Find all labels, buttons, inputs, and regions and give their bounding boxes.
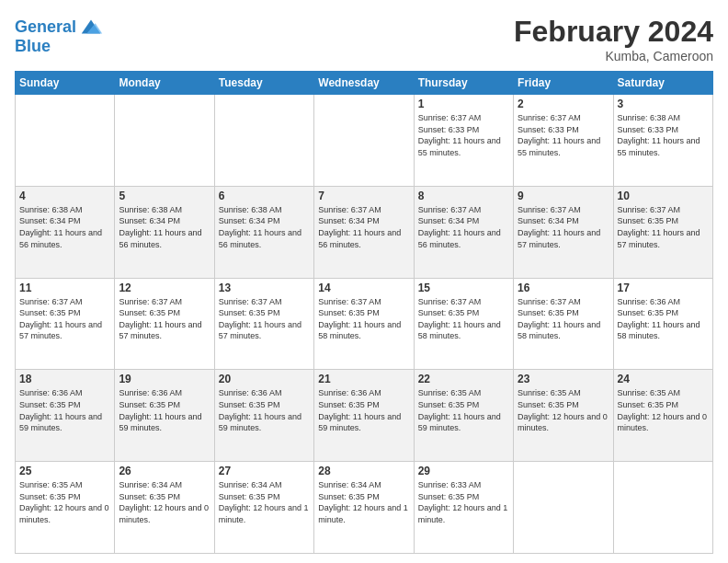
calendar-cell: 4Sunrise: 6:38 AMSunset: 6:34 PMDaylight… [16, 186, 115, 278]
calendar-cell: 25Sunrise: 6:35 AMSunset: 6:35 PMDayligh… [16, 462, 115, 554]
day-number: 2 [518, 98, 609, 110]
day-number: 1 [418, 98, 509, 110]
day-info: Sunrise: 6:37 AMSunset: 6:35 PMDaylight:… [318, 296, 409, 342]
day-number: 16 [518, 282, 609, 294]
calendar-cell: 23Sunrise: 6:35 AMSunset: 6:35 PMDayligh… [514, 370, 613, 462]
day-info: Sunrise: 6:36 AMSunset: 6:35 PMDaylight:… [318, 387, 409, 433]
calendar-cell: 22Sunrise: 6:35 AMSunset: 6:35 PMDayligh… [414, 370, 513, 462]
day-number: 20 [219, 373, 310, 385]
day-info: Sunrise: 6:34 AMSunset: 6:35 PMDaylight:… [318, 479, 409, 525]
day-info: Sunrise: 6:38 AMSunset: 6:34 PMDaylight:… [119, 204, 210, 250]
day-number: 10 [618, 190, 709, 202]
calendar-cell: 3Sunrise: 6:38 AMSunset: 6:33 PMDaylight… [613, 95, 712, 187]
calendar-cell [613, 462, 712, 554]
day-number: 3 [618, 98, 709, 110]
day-number: 8 [418, 190, 509, 202]
calendar-cell: 6Sunrise: 6:38 AMSunset: 6:34 PMDaylight… [214, 186, 313, 278]
day-number: 11 [19, 282, 110, 294]
day-info: Sunrise: 6:33 AMSunset: 6:35 PMDaylight:… [418, 479, 509, 525]
calendar-cell [314, 95, 414, 187]
calendar-week-3: 11Sunrise: 6:37 AMSunset: 6:35 PMDayligh… [16, 278, 713, 370]
header: General Blue February 2024 Kumba, Camero… [15, 15, 713, 63]
calendar-cell: 8Sunrise: 6:37 AMSunset: 6:34 PMDaylight… [414, 186, 513, 278]
calendar-cell: 17Sunrise: 6:36 AMSunset: 6:35 PMDayligh… [613, 278, 712, 370]
day-info: Sunrise: 6:35 AMSunset: 6:35 PMDaylight:… [518, 387, 609, 433]
calendar-cell: 21Sunrise: 6:36 AMSunset: 6:35 PMDayligh… [314, 370, 414, 462]
calendar-cell: 1Sunrise: 6:37 AMSunset: 6:33 PMDaylight… [414, 95, 513, 187]
day-info: Sunrise: 6:37 AMSunset: 6:35 PMDaylight:… [119, 296, 210, 342]
day-number: 22 [418, 373, 509, 385]
day-info: Sunrise: 6:37 AMSunset: 6:35 PMDaylight:… [219, 296, 310, 342]
day-info: Sunrise: 6:37 AMSunset: 6:35 PMDaylight:… [418, 296, 509, 342]
calendar-cell: 12Sunrise: 6:37 AMSunset: 6:35 PMDayligh… [115, 278, 214, 370]
calendar-cell: 9Sunrise: 6:37 AMSunset: 6:34 PMDaylight… [514, 186, 613, 278]
logo-text: General [15, 18, 76, 37]
header-row: Sunday Monday Tuesday Wednesday Thursday… [16, 72, 713, 95]
calendar-week-1: 1Sunrise: 6:37 AMSunset: 6:33 PMDaylight… [16, 95, 713, 187]
day-info: Sunrise: 6:37 AMSunset: 6:34 PMDaylight:… [418, 204, 509, 250]
day-number: 13 [219, 282, 310, 294]
day-number: 25 [19, 465, 110, 477]
col-sunday: Sunday [16, 72, 115, 95]
day-number: 5 [119, 190, 210, 202]
day-info: Sunrise: 6:35 AMSunset: 6:35 PMDaylight:… [418, 387, 509, 433]
day-number: 12 [119, 282, 210, 294]
day-number: 7 [318, 190, 409, 202]
day-info: Sunrise: 6:38 AMSunset: 6:33 PMDaylight:… [618, 112, 709, 158]
day-info: Sunrise: 6:35 AMSunset: 6:35 PMDaylight:… [19, 479, 110, 525]
day-number: 23 [518, 373, 609, 385]
col-saturday: Saturday [613, 72, 712, 95]
day-number: 17 [618, 282, 709, 294]
calendar-cell: 16Sunrise: 6:37 AMSunset: 6:35 PMDayligh… [514, 278, 613, 370]
calendar-cell: 19Sunrise: 6:36 AMSunset: 6:35 PMDayligh… [115, 370, 214, 462]
day-number: 24 [618, 373, 709, 385]
calendar-cell: 15Sunrise: 6:37 AMSunset: 6:35 PMDayligh… [414, 278, 513, 370]
calendar-week-2: 4Sunrise: 6:38 AMSunset: 6:34 PMDaylight… [16, 186, 713, 278]
day-info: Sunrise: 6:37 AMSunset: 6:35 PMDaylight:… [518, 296, 609, 342]
day-info: Sunrise: 6:37 AMSunset: 6:35 PMDaylight:… [618, 204, 709, 250]
day-info: Sunrise: 6:36 AMSunset: 6:35 PMDaylight:… [219, 387, 310, 433]
calendar-cell: 26Sunrise: 6:34 AMSunset: 6:35 PMDayligh… [115, 462, 214, 554]
day-number: 26 [119, 465, 210, 477]
title-block: February 2024 Kumba, Cameroon [514, 15, 713, 63]
calendar-week-4: 18Sunrise: 6:36 AMSunset: 6:35 PMDayligh… [16, 370, 713, 462]
calendar-cell: 10Sunrise: 6:37 AMSunset: 6:35 PMDayligh… [613, 186, 712, 278]
day-number: 18 [19, 373, 110, 385]
calendar-cell: 27Sunrise: 6:34 AMSunset: 6:35 PMDayligh… [214, 462, 313, 554]
calendar-subtitle: Kumba, Cameroon [514, 49, 713, 63]
calendar-cell [16, 95, 115, 187]
col-friday: Friday [514, 72, 613, 95]
col-monday: Monday [115, 72, 214, 95]
calendar-cell: 2Sunrise: 6:37 AMSunset: 6:33 PMDaylight… [514, 95, 613, 187]
col-wednesday: Wednesday [314, 72, 414, 95]
day-info: Sunrise: 6:37 AMSunset: 6:34 PMDaylight:… [318, 204, 409, 250]
col-thursday: Thursday [414, 72, 513, 95]
day-number: 6 [219, 190, 310, 202]
logo-icon [78, 15, 104, 40]
day-info: Sunrise: 6:37 AMSunset: 6:34 PMDaylight:… [518, 204, 609, 250]
day-info: Sunrise: 6:34 AMSunset: 6:35 PMDaylight:… [219, 479, 310, 525]
calendar-cell: 29Sunrise: 6:33 AMSunset: 6:35 PMDayligh… [414, 462, 513, 554]
calendar-title: February 2024 [514, 15, 713, 49]
day-number: 15 [418, 282, 509, 294]
calendar-cell: 28Sunrise: 6:34 AMSunset: 6:35 PMDayligh… [314, 462, 414, 554]
day-number: 27 [219, 465, 310, 477]
calendar-cell: 24Sunrise: 6:35 AMSunset: 6:35 PMDayligh… [613, 370, 712, 462]
day-number: 28 [318, 465, 409, 477]
page: General Blue February 2024 Kumba, Camero… [0, 0, 728, 563]
day-info: Sunrise: 6:37 AMSunset: 6:35 PMDaylight:… [19, 296, 110, 342]
day-info: Sunrise: 6:36 AMSunset: 6:35 PMDaylight:… [119, 387, 210, 433]
day-number: 21 [318, 373, 409, 385]
calendar-cell: 20Sunrise: 6:36 AMSunset: 6:35 PMDayligh… [214, 370, 313, 462]
logo: General Blue [15, 15, 104, 56]
day-number: 4 [19, 190, 110, 202]
calendar-cell: 13Sunrise: 6:37 AMSunset: 6:35 PMDayligh… [214, 278, 313, 370]
day-info: Sunrise: 6:37 AMSunset: 6:33 PMDaylight:… [518, 112, 609, 158]
calendar-week-5: 25Sunrise: 6:35 AMSunset: 6:35 PMDayligh… [16, 462, 713, 554]
calendar-cell [514, 462, 613, 554]
calendar-cell: 11Sunrise: 6:37 AMSunset: 6:35 PMDayligh… [16, 278, 115, 370]
calendar-cell [214, 95, 313, 187]
calendar-cell [115, 95, 214, 187]
calendar-table: Sunday Monday Tuesday Wednesday Thursday… [15, 71, 713, 554]
day-info: Sunrise: 6:36 AMSunset: 6:35 PMDaylight:… [19, 387, 110, 433]
